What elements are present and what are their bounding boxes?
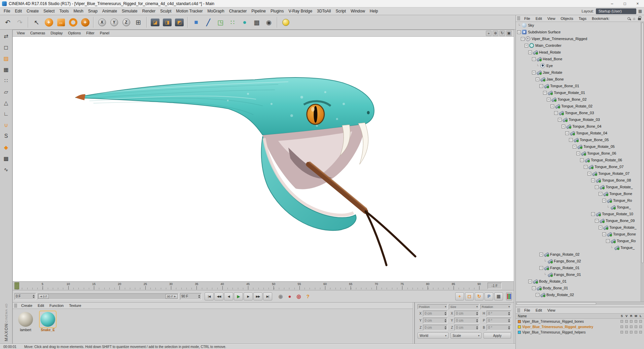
value-spinner[interactable] [508,326,510,329]
viewport-pan-icon[interactable]: + [486,31,492,36]
draw-spline-button[interactable]: ╱ [203,16,214,28]
render-picture-viewer-button[interactable]: ◨ [162,16,173,28]
panel-handle-icon[interactable] [14,304,17,308]
expander-icon[interactable]: − [591,179,595,182]
record-parameter-toggle[interactable]: P [485,292,493,300]
layer-toggle-v[interactable] [624,325,629,328]
expander-icon[interactable]: − [539,253,543,256]
record-position-toggle[interactable]: + [455,292,464,300]
previous-frame-button[interactable]: ◀ [224,292,233,300]
tree-item-tongue-bone-06[interactable]: −Tongue_Bone_06 [516,150,641,157]
expander-icon[interactable]: − [595,219,599,223]
expander-icon[interactable]: − [547,98,550,101]
expander-icon[interactable]: − [536,293,539,297]
expander-icon[interactable]: − [532,286,536,290]
record-rotation-toggle[interactable]: ↻ [475,292,484,300]
value-spinner[interactable] [508,312,510,315]
search-icon[interactable] [628,17,630,20]
points-mode-button[interactable]: ∷ [1,75,11,86]
tree-item-body-rotate-01[interactable]: −Body_Rotate_01 [516,278,641,285]
menu-item-script[interactable]: Script [333,7,348,15]
render-settings-button[interactable]: ◩ [174,16,185,28]
material-lambert[interactable]: lambert [16,312,35,332]
menu-item-animate[interactable]: Animate [100,7,119,15]
viewport-canvas[interactable] [13,37,514,281]
expander-icon[interactable]: − [602,199,606,202]
coordinate-column-header-size[interactable]: Size▾ [449,304,479,309]
undo-button[interactable]: ↶ [2,16,13,28]
current-frame-field[interactable]: 0 F [14,293,36,300]
layer-toggle-v[interactable] [624,320,629,323]
coordinate-field-p[interactable]: 0 ° [487,318,511,323]
tree-item-fangs-rotate-02[interactable]: −Fangs_Rotate_02 [516,251,641,258]
tree-item-tongue-rotate-05[interactable]: −Tongue_Rotate_05 [516,143,641,150]
material-menu-texture[interactable]: Texture [66,303,84,309]
layer-toggle-r[interactable] [629,320,634,323]
coordinate-field-y[interactable]: 0 cm [423,318,448,323]
checker-tool-button[interactable]: ▩ [1,153,11,163]
tree-item-tongue-bone-04[interactable]: −Tongue_Bone_04 [516,123,641,130]
tree-item-tongue-bone-09[interactable]: −Tongue_Bone_09 [516,217,641,224]
menu-item-edit[interactable]: Edit [12,7,24,15]
tree-item-tongue[interactable]: └Tongue_ [516,204,641,211]
object-tree-horizontal-scrollbar[interactable] [516,302,644,305]
expander-icon[interactable]: − [562,125,565,128]
menu-item-tools[interactable]: Tools [57,7,71,15]
expander-icon[interactable]: − [517,30,521,34]
tree-item-sky[interactable]: └Sky [516,22,641,29]
layer-toggle-l[interactable] [638,331,643,334]
layer-toggle-v[interactable] [624,331,629,334]
next-key-button[interactable]: ▶▶ [253,292,262,300]
tree-item-tongue-rotate[interactable]: −Tongue_Rotate_ [516,224,641,231]
layer-toggle-m[interactable] [634,331,638,334]
layout-selector[interactable]: Startup (User) ▾ [596,8,636,14]
expander-icon[interactable]: − [580,158,584,162]
expander-icon[interactable]: − [539,266,543,270]
panel-handle-icon[interactable] [517,16,520,21]
material-menu-edit[interactable]: Edit [35,303,47,309]
record-scale-toggle[interactable]: ◻ [465,292,474,300]
tree-item-tongue-rotate-06[interactable]: −Tongue_Rotate_06 [516,157,641,163]
timeline-ruler[interactable]: 051015202530354045505560657075808590 -1 … [12,282,514,290]
object-menu-tags[interactable]: Tags [576,15,589,22]
value-spinner[interactable] [508,319,510,322]
coordinate-field-x[interactable]: 0 cm [423,311,448,316]
tree-item-tongue-bone-03[interactable]: −Tongue_Bone_03 [516,109,641,116]
menu-item-mesh[interactable]: Mesh [71,7,85,15]
expander-icon[interactable]: − [599,226,602,229]
spline-tool-button[interactable]: ∿ [1,164,11,174]
expander-icon[interactable]: − [576,152,580,155]
menu-item-simulate[interactable]: Simulate [119,7,140,15]
tree-item-tongue-bone[interactable]: −Tongue_Bone [516,190,641,197]
tree-item-body-rotate-02[interactable]: −Body_Rotate_02 [516,291,641,298]
object-menu-view[interactable]: View [545,15,558,22]
paint-tool-button[interactable]: ◆ [1,142,11,152]
tree-item-body-bone-01[interactable]: −Body_Bone_01 [516,285,641,291]
expander-icon[interactable]: − [591,212,595,216]
layer-color-chip[interactable] [518,331,521,334]
apply-button[interactable]: Apply [484,332,511,339]
expander-icon[interactable]: − [569,138,573,142]
menu-item-file[interactable]: File [1,7,12,15]
expander-icon[interactable]: − [602,232,606,236]
coordinate-column-header-position[interactable]: Position▾ [418,304,448,309]
move-tool-button[interactable]: + [43,16,55,28]
goto-end-button[interactable]: ▶| [263,292,272,300]
layer-menu-edit[interactable]: Edit [533,307,545,313]
object-menu-objects[interactable]: Objects [558,15,576,22]
tree-item-tongue-rotate-10[interactable]: −Tongue_Rotate_10 [516,211,641,217]
timeline-range-slider[interactable]: ◀ 0 F 90 F ▶ [38,293,178,299]
tree-item-tongue-rotate-07[interactable]: −Tongue_Rotate_07 [516,170,641,177]
lock-icon[interactable] [638,18,641,20]
viewport-toggle-icon[interactable]: ▣ [506,31,512,36]
viewport-zoom-icon[interactable]: ⊕ [493,31,498,36]
menu-item-pipeline[interactable]: Pipeline [249,7,268,15]
record-button[interactable]: ● [286,292,294,300]
layer-row-viper-blue-trimeresurus-rigged-geometry[interactable]: Viper_Blue_Trimeresurus_Rigged_geometry [516,324,644,329]
light-button[interactable]: ● [280,16,291,28]
tree-item-fangs-rotate-01[interactable]: −Fangs_Rotate_01 [516,264,641,271]
expander-icon[interactable]: − [543,91,547,95]
array-button[interactable]: ▦ [251,16,262,28]
render-view-button[interactable]: ◪ [149,16,161,28]
play-button[interactable]: ▶ [234,292,243,300]
